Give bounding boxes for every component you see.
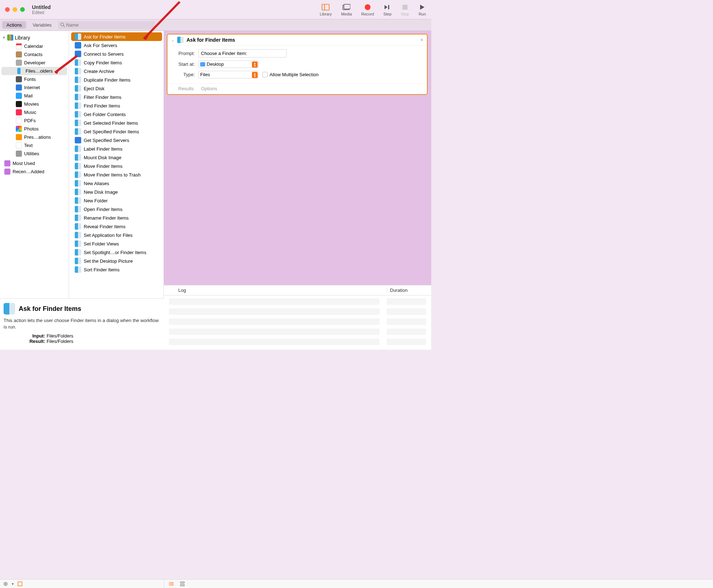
action-item-label: Label Finder Items: [84, 146, 123, 152]
action-icon: [75, 94, 81, 100]
action-item[interactable]: Rename Finder Items: [71, 213, 162, 222]
search-input[interactable]: [66, 22, 153, 28]
action-item[interactable]: Find Finder Items: [71, 101, 162, 110]
action-item[interactable]: Set Spotlight…or Finder Items: [71, 248, 162, 257]
library-item[interactable]: Text: [0, 141, 69, 150]
library-item[interactable]: Utilities: [0, 150, 69, 158]
action-icon: [75, 232, 81, 238]
action-item[interactable]: Open Finder Items: [71, 205, 162, 213]
action-item[interactable]: Get Specified Servers: [71, 136, 162, 144]
window-minimize-button[interactable]: [13, 7, 17, 12]
search-icon: [60, 23, 65, 27]
library-item-label: Most Used: [13, 161, 35, 166]
toggle-library-button[interactable]: Library: [320, 3, 332, 16]
library-item[interactable]: Developer: [0, 59, 69, 67]
action-icon: [75, 146, 81, 152]
action-item[interactable]: Eject Disk: [71, 84, 162, 93]
library-item[interactable]: PDFs: [0, 116, 69, 125]
svg-rect-0: [322, 4, 329, 10]
media-button[interactable]: Media: [341, 3, 352, 16]
action-icon: [75, 111, 81, 118]
action-item[interactable]: Move Finder Items: [71, 162, 162, 170]
library-item[interactable]: Pres…ations: [0, 133, 69, 141]
prompt-input[interactable]: [198, 49, 287, 58]
action-item[interactable]: Label Finder Items: [71, 144, 162, 153]
library-item[interactable]: Photos: [0, 125, 69, 133]
action-item[interactable]: Sort Finder Items: [71, 265, 162, 274]
action-item[interactable]: Filter Finder Items: [71, 93, 162, 101]
action-icon: [75, 51, 81, 57]
action-item[interactable]: Move Finder Items to Trash: [71, 170, 162, 179]
close-card-button[interactable]: ×: [420, 37, 423, 43]
log-header: Log: [164, 288, 387, 293]
input-label: Input:: [32, 333, 45, 339]
library-root[interactable]: ▼ Library: [0, 33, 69, 42]
library-item[interactable]: Contacts: [0, 50, 69, 59]
tab-variables[interactable]: Variables: [28, 21, 56, 29]
workflow-canvas[interactable]: ⌄ Ask for Finder Items × Prompt: Start a…: [164, 31, 431, 285]
action-item[interactable]: Duplicate Finder Items: [71, 75, 162, 84]
action-item[interactable]: Copy Finder Items: [71, 58, 162, 67]
library-item[interactable]: Internet: [0, 83, 69, 92]
finder-icon: [4, 303, 15, 314]
action-item[interactable]: Mount Disk Image: [71, 153, 162, 162]
category-icon: [16, 101, 22, 107]
tab-results[interactable]: Results: [178, 86, 194, 91]
tab-actions[interactable]: Actions: [2, 21, 26, 29]
library-root-label: Library: [15, 35, 30, 41]
library-item[interactable]: Music: [0, 108, 69, 116]
media-label: Media: [341, 12, 352, 16]
search-field[interactable]: [58, 21, 155, 29]
action-item[interactable]: Get Specified Finder Items: [71, 127, 162, 136]
library-item-label: Contacts: [24, 52, 42, 57]
library-item-label: Pres…ations: [24, 134, 51, 140]
chevron-down-icon[interactable]: ⌄: [171, 38, 174, 42]
library-item[interactable]: Mail: [0, 92, 69, 100]
library-item-label: Internet: [24, 85, 40, 90]
library-item[interactable]: Most Used: [0, 159, 69, 167]
action-item[interactable]: Get Folder Contents: [71, 110, 162, 119]
action-item[interactable]: Get Selected Finder Items: [71, 119, 162, 127]
allow-multiple-checkbox[interactable]: Allow Multiple Selection: [262, 72, 319, 77]
action-item[interactable]: Ask For Servers: [71, 41, 162, 50]
library-item[interactable]: Fonts: [0, 75, 69, 83]
tab-options[interactable]: Options: [201, 86, 217, 91]
action-item[interactable]: Connect to Servers: [71, 50, 162, 58]
library-item[interactable]: Recen…Added: [0, 167, 69, 176]
start-label: Start at:: [172, 61, 195, 67]
window-subtitle: Edited: [32, 10, 51, 15]
action-card-ask-finder: ⌄ Ask for Finder Items × Prompt: Start a…: [167, 34, 428, 95]
action-icon: [75, 77, 81, 83]
start-at-popup[interactable]: Desktop ▲▼: [198, 60, 259, 68]
action-item[interactable]: Create Archive: [71, 67, 162, 75]
action-item[interactable]: New Disk Image: [71, 188, 162, 196]
finder-icon: [177, 37, 184, 43]
action-item[interactable]: New Folder: [71, 196, 162, 205]
action-item[interactable]: Reveal Finder Items: [71, 222, 162, 231]
log-row: [169, 339, 426, 345]
type-popup[interactable]: Files ▲▼: [198, 71, 259, 78]
window-close-button[interactable]: [5, 7, 10, 12]
action-icon: [75, 120, 81, 126]
action-item[interactable]: New Aliases: [71, 179, 162, 188]
library-item[interactable]: Movies: [0, 100, 69, 108]
action-item[interactable]: Ask for Finder Items: [71, 32, 162, 41]
action-icon: [75, 42, 81, 49]
action-item[interactable]: Set Application for Files: [71, 231, 162, 239]
library-item[interactable]: Calendar: [0, 42, 69, 50]
step-button[interactable]: Step: [383, 3, 392, 16]
run-button[interactable]: Run: [418, 3, 426, 16]
stop-icon: [401, 3, 409, 11]
action-icon: [75, 137, 81, 143]
action-icon: [75, 189, 81, 195]
action-item[interactable]: Set the Desktop Picture: [71, 257, 162, 265]
log-row: [169, 308, 426, 315]
action-item-label: Find Finder Items: [84, 103, 120, 109]
record-button[interactable]: Record: [361, 3, 374, 16]
action-icon: [75, 266, 81, 273]
action-item[interactable]: Set Folder Views: [71, 239, 162, 248]
library-item[interactable]: Files…olders: [1, 67, 67, 75]
stop-button: Stop: [401, 3, 409, 16]
window-zoom-button[interactable]: [20, 7, 25, 12]
action-item-label: Set Folder Views: [84, 241, 119, 247]
